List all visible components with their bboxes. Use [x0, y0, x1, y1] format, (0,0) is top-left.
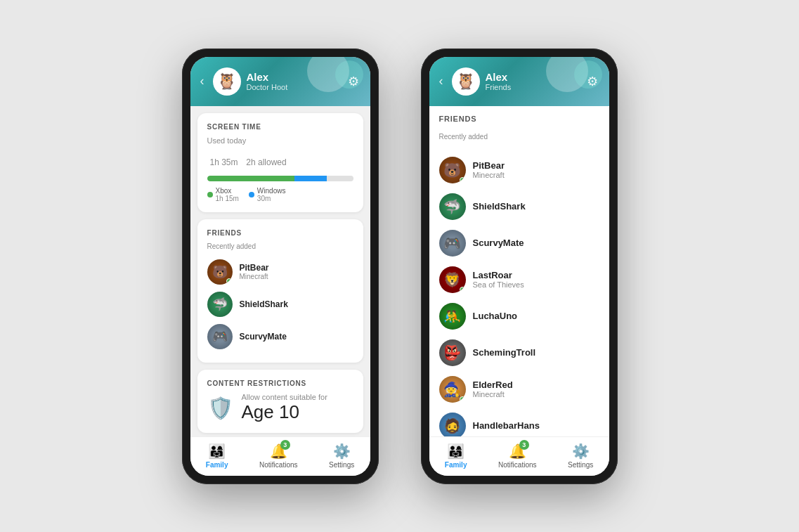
- age-value: Age 10: [242, 401, 327, 423]
- list-item: 🎮 ScurvyMate: [429, 225, 609, 261]
- notifications-label: Notifications: [259, 461, 297, 469]
- recently-label: Recently added: [207, 242, 353, 250]
- friend-list-game: Minecraft: [473, 171, 505, 179]
- allowed-label: 2h allowed: [246, 157, 286, 167]
- friend-list-info: LuchaUno: [473, 311, 518, 321]
- settings-label: Settings: [329, 461, 354, 469]
- shield-icon: 🛡️: [207, 396, 233, 420]
- online-indicator: [226, 278, 232, 284]
- settings-label-2: Settings: [568, 461, 593, 469]
- friend-list-info: ScurvyMate: [473, 238, 524, 248]
- allow-label: Allow content suitable for: [242, 393, 327, 401]
- friend-item: 🐻 PitBear Minecraft: [207, 256, 353, 288]
- friend-item: 🦈 ShieldShark: [207, 288, 353, 320]
- avatar-emoji: 🦉: [217, 72, 236, 91]
- list-item: 🤼 LuchaUno: [429, 298, 609, 335]
- windows-info: Windows 30m: [257, 187, 286, 202]
- phone-1-screen: ‹ 🦉 Alex Doctor Hoot ⚙ SCREEN TIME Used …: [190, 57, 370, 476]
- friend-item: 🎮 ScurvyMate: [207, 320, 353, 353]
- screen-time-title: SCREEN TIME: [207, 123, 353, 131]
- phone-2-screen: ‹ 🦉 Alex Friends ⚙ FRIENDS Recently adde…: [429, 57, 609, 476]
- phone-2-header: ‹ 🦉 Alex Friends ⚙: [429, 57, 609, 106]
- content-area: SCREEN TIME Used today 1h 35m 2h allowed…: [190, 106, 370, 436]
- friend-list-avatar: 🧙: [439, 376, 466, 403]
- friend-list-avatar: 🦈: [439, 193, 466, 220]
- notifications-label-2: Notifications: [498, 461, 536, 469]
- friend-list-name: PitBear: [473, 160, 505, 171]
- settings-nav-icon-2: ⚙️: [572, 443, 590, 460]
- screen-time-card: SCREEN TIME Used today 1h 35m 2h allowed…: [197, 113, 363, 212]
- friend-info: ShieldShark: [240, 299, 288, 309]
- friend-list-avatar: 🦁: [439, 266, 466, 293]
- friend-list-info: SchemingTroll: [473, 347, 536, 358]
- content-restrictions-card: CONTENT RESTRICTIONS 🛡️ Allow content su…: [197, 370, 363, 433]
- windows-progress: [294, 176, 327, 181]
- friends-content: FRIENDS Recently added 🐻 PitBear Minecra…: [429, 106, 609, 436]
- phone2-friends-list: 🐻 PitBear Minecraft 🦈 ShieldShark 🎮 Scur…: [429, 152, 609, 436]
- xbox-dot: [207, 192, 213, 197]
- friend-list-name: ShieldShark: [473, 201, 526, 212]
- restriction-row: 🛡️ Allow content suitable for Age 10: [207, 393, 353, 423]
- friend-list-avatar: 🤼: [439, 303, 466, 330]
- avatar: 🦉: [213, 67, 241, 96]
- friend-list-name: ElderRed: [473, 379, 513, 390]
- settings-icon[interactable]: ⚙: [348, 74, 359, 89]
- header-left-2: ‹ 🦉 Alex Friends: [436, 67, 512, 96]
- online-indicator: [460, 177, 465, 183]
- family-icon-2: 👨‍👩‍👧: [447, 443, 465, 460]
- back-button-2[interactable]: ‹: [436, 71, 446, 91]
- friend-list-info: ElderRed Minecraft: [473, 379, 513, 398]
- friends-list: 🐻 PitBear Minecraft 🦈 ShieldShark 🎮 Scur…: [207, 256, 353, 353]
- settings-icon-2[interactable]: ⚙: [587, 74, 598, 89]
- legend: Xbox 1h 15m Windows 30m: [207, 187, 353, 202]
- friend-list-name: ScurvyMate: [473, 238, 524, 248]
- list-item: 🧙 ElderRed Minecraft: [429, 371, 609, 408]
- friend-list-info: LastRoar Sea of Thieves: [473, 270, 524, 289]
- friend-list-name: HandlebarHans: [473, 420, 540, 431]
- user-subtitle: Doctor Hoot: [247, 83, 288, 91]
- online-indicator: [460, 396, 465, 402]
- screen-time-value: 1h 35m 2h allowed: [207, 148, 353, 170]
- friends-section-title: FRIENDS: [429, 106, 609, 126]
- avatar-2: 🦉: [452, 67, 480, 96]
- friends-card: FRIENDS Recently added 🐻 PitBear Minecra…: [197, 219, 363, 363]
- settings-nav-icon: ⚙️: [333, 443, 351, 460]
- list-item: 👺 SchemingTroll: [429, 335, 609, 371]
- friend-avatar: 🐻: [207, 259, 233, 285]
- friend-avatar: 🦈: [207, 292, 233, 317]
- family-label-2: Family: [445, 461, 467, 469]
- back-button[interactable]: ‹: [197, 71, 207, 91]
- family-label: Family: [206, 461, 228, 469]
- nav-notifications[interactable]: 🔔 3 Notifications: [259, 443, 297, 469]
- friend-name: PitBear: [240, 263, 269, 273]
- list-item: 🧔 HandlebarHans: [429, 408, 609, 436]
- bottom-nav-2: 👨‍👩‍👧 Family 🔔 3 Notifications ⚙️ Settin…: [429, 436, 609, 476]
- friend-info: PitBear Minecraft: [240, 263, 269, 280]
- windows-dot: [249, 192, 254, 197]
- notifications-badge-2: 3: [519, 440, 529, 450]
- friend-info: ScurvyMate: [240, 332, 287, 342]
- header-text-2: Alex Friends: [486, 71, 512, 91]
- xbox-time: 1h 15m: [216, 195, 239, 202]
- restriction-text: Allow content suitable for Age 10: [242, 393, 327, 423]
- friend-list-info: PitBear Minecraft: [473, 160, 505, 179]
- friend-list-avatar: 🧔: [439, 413, 466, 436]
- notifications-icon-2: 🔔 3: [509, 443, 526, 460]
- notifications-icon: 🔔 3: [270, 443, 287, 460]
- nav-family[interactable]: 👨‍👩‍👧 Family: [206, 443, 228, 469]
- windows-time: 30m: [257, 195, 286, 202]
- nav-family-2[interactable]: 👨‍👩‍👧 Family: [445, 443, 467, 469]
- nav-settings-2[interactable]: ⚙️ Settings: [568, 443, 593, 469]
- header-left: ‹ 🦉 Alex Doctor Hoot: [197, 67, 288, 96]
- nav-notifications-2[interactable]: 🔔 3 Notifications: [498, 443, 536, 469]
- recently-added-label: Recently added: [429, 133, 609, 145]
- avatar-emoji-2: 🦉: [456, 72, 475, 91]
- used-today-label: Used today: [207, 136, 353, 145]
- list-item: 🦁 LastRoar Sea of Thieves: [429, 261, 609, 298]
- xbox-info: Xbox 1h 15m: [216, 187, 239, 202]
- friend-list-info: HandlebarHans: [473, 420, 540, 431]
- nav-settings[interactable]: ⚙️ Settings: [329, 443, 354, 469]
- notifications-badge: 3: [280, 440, 290, 450]
- phone-1: ‹ 🦉 Alex Doctor Hoot ⚙ SCREEN TIME Used …: [182, 48, 379, 484]
- family-icon: 👨‍👩‍👧: [208, 443, 226, 460]
